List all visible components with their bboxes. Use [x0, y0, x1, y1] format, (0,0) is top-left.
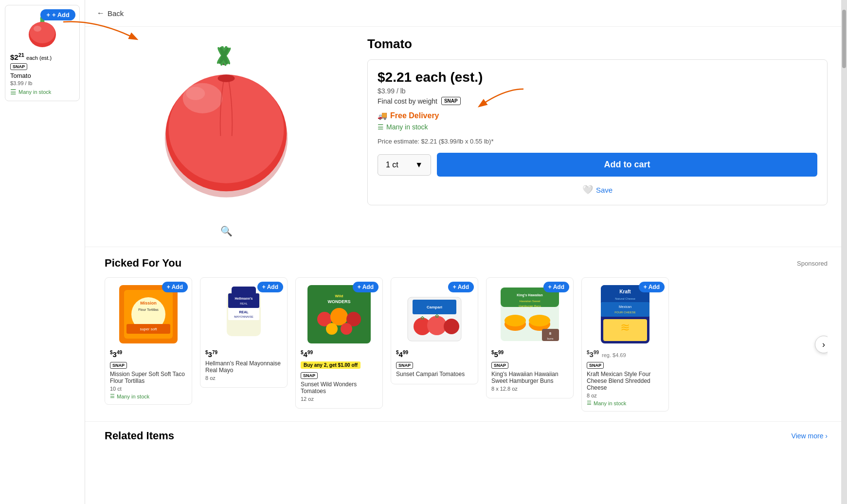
card-name-mayo: Hellmann's Real Mayonnaise Real Mayo — [205, 360, 282, 374]
sidebar-product-name: Tomato — [10, 72, 74, 79]
promo-badge-wild-wonders: Buy any 2, get $1.00 off — [301, 361, 360, 369]
sponsored-label: Sponsored — [797, 260, 828, 267]
add-kraft-cheese-button[interactable]: + Add — [639, 282, 665, 292]
svg-point-46 — [427, 316, 447, 335]
per-lb: $3.99 / lb — [378, 87, 817, 95]
svg-text:Hellmann's: Hellmann's — [234, 297, 252, 300]
free-delivery: 🚚 Free Delivery — [378, 111, 817, 120]
sidebar: + + Add $221 each (est.) SNAP Tomato — [0, 0, 85, 504]
product-card-kraft-cheese[interactable]: + Add Kraft Natural Cheese Mexican FOUR … — [581, 277, 669, 412]
quantity-selector[interactable]: 1 ct ▼ — [378, 154, 431, 176]
svg-point-40 — [326, 323, 338, 335]
add-wild-wonders-button[interactable]: + Add — [353, 282, 378, 292]
qty-value: 1 ct — [386, 161, 398, 169]
save-row[interactable]: 🤍 Save — [378, 184, 817, 195]
svg-text:King's Hawaiian: King's Hawaiian — [517, 293, 542, 297]
back-label: Back — [108, 9, 124, 18]
sidebar-price: $221 each (est.) — [10, 52, 74, 61]
svg-text:Kraft: Kraft — [619, 289, 631, 294]
svg-point-47 — [444, 319, 459, 334]
svg-text:REAL: REAL — [240, 302, 248, 305]
related-items-title: Related Items — [105, 430, 174, 442]
svg-text:Wild: Wild — [335, 294, 343, 298]
plus-icon: + — [548, 284, 552, 290]
sidebar-stock: ☰ Many in stock — [10, 88, 74, 96]
svg-text:8: 8 — [549, 331, 552, 336]
snap-badge-tortillas: SNAP — [110, 362, 127, 369]
sidebar-add-button[interactable]: + + Add — [40, 9, 75, 20]
svg-text:≋: ≋ — [620, 321, 630, 334]
picked-for-you-title: Picked For You — [105, 257, 181, 270]
card-size-mayo: 8 oz — [205, 375, 282, 381]
final-cost-row: Final cost by weight SNAP — [378, 97, 817, 105]
svg-rect-31 — [228, 308, 259, 320]
sidebar-per-lb: $3.99 / lb — [10, 80, 74, 86]
svg-text:buns: buns — [547, 337, 553, 340]
svg-text:Natural Cheese: Natural Cheese — [615, 297, 635, 300]
add-hawaiian-buns-button[interactable]: + Add — [543, 282, 569, 292]
sidebar-snap-badge: SNAP — [10, 63, 27, 70]
svg-text:Mission: Mission — [140, 301, 157, 306]
svg-text:Campari: Campari — [427, 305, 442, 309]
scrollbar-thumb[interactable] — [842, 10, 846, 68]
card-size-wild-wonders: 12 oz — [301, 396, 378, 402]
add-campari-button[interactable]: + Add — [448, 282, 474, 292]
sidebar-product-card: + + Add $221 each (est.) SNAP Tomato — [5, 5, 80, 101]
svg-text:MAYONNAISE: MAYONNAISE — [234, 315, 253, 318]
related-header: Related Items View more › — [105, 430, 828, 442]
card-orig-price-kraft: reg. $4.69 — [602, 352, 626, 358]
product-card-campari[interactable]: + Add Campari ✿ ✿ — [391, 277, 478, 384]
card-size-hawaiian-buns: 8 x 12.8 oz — [491, 386, 568, 392]
back-button[interactable]: ← Back — [97, 9, 124, 18]
back-arrow-icon: ← — [97, 9, 105, 18]
delivery-truck-icon: 🚚 — [378, 111, 387, 120]
svg-text:FOUR CHEESE: FOUR CHEESE — [614, 311, 635, 314]
save-label: Save — [596, 186, 613, 194]
card-price-wild-wonders: $499 — [301, 350, 378, 359]
product-card-tortillas[interactable]: + Add Mission Flour Tortillas super soft… — [105, 277, 192, 405]
picked-for-you-section: Picked For You Sponsored + Add Mission — [85, 247, 847, 421]
add-mayo-button[interactable]: + Add — [257, 282, 283, 292]
svg-text:Mexican: Mexican — [619, 305, 631, 308]
main-price: $2.21 each (est.) — [378, 70, 817, 85]
add-to-cart-button[interactable]: Add to cart — [437, 153, 817, 177]
chevron-right-icon: › — [822, 340, 825, 350]
svg-text:Hamburger Buns: Hamburger Buns — [519, 305, 541, 307]
stock-icon: ☰ — [10, 88, 17, 96]
product-info-panel: Tomato $2.21 each (est.) $3.99 / lb Fina… — [367, 36, 828, 237]
main-content: ← Back — [85, 0, 847, 504]
card-stock-kraft: ☰ Many in stock — [587, 400, 664, 406]
stock-icon: ☰ — [110, 393, 115, 399]
card-stock-tortillas: ☰ Many in stock — [110, 393, 187, 399]
svg-text:WONDERS: WONDERS — [328, 299, 351, 304]
svg-rect-66 — [601, 302, 649, 317]
next-products-button[interactable]: › — [815, 336, 828, 353]
product-image-container: 🔍 — [105, 36, 348, 237]
product-card-wild-wonders[interactable]: + Add Wild WONDERS $499 — [295, 277, 383, 409]
svg-point-38 — [330, 308, 348, 325]
zoom-icon[interactable]: 🔍 — [220, 225, 233, 237]
svg-text:REAL: REAL — [239, 310, 249, 314]
svg-point-41 — [341, 323, 352, 335]
product-card-hawaiian-buns[interactable]: + Add King's Hawaiian Hawaiian Sweet Ham… — [486, 277, 574, 398]
view-more-link[interactable]: View more › — [792, 432, 828, 440]
top-nav: ← Back — [85, 0, 847, 27]
stock-icon: ☰ — [587, 400, 592, 406]
svg-text:super soft: super soft — [140, 327, 157, 331]
add-tortillas-button[interactable]: + Add — [162, 282, 188, 292]
svg-point-18 — [186, 87, 205, 100]
picked-for-you-products: + Add Mission Flour Tortillas super soft… — [105, 277, 828, 412]
price-box: $2.21 each (est.) $3.99 / lb Final cost … — [367, 59, 828, 205]
svg-point-16 — [218, 74, 235, 82]
svg-point-56 — [505, 315, 526, 326]
product-card-mayo[interactable]: + Add Hellmann's REAL REAL MAYONNAISE — [200, 277, 288, 388]
cart-row: 1 ct ▼ Add to cart — [378, 153, 817, 177]
snap-badge-campari: SNAP — [396, 362, 413, 369]
scrollbar[interactable] — [841, 0, 847, 504]
card-size-kraft: 8 oz — [587, 393, 664, 398]
snap-badge-kraft: SNAP — [587, 362, 604, 369]
plus-icon: + — [167, 284, 170, 290]
card-name-campari: Sunset Campari Tomatoes — [396, 371, 473, 378]
plus-icon: + — [453, 284, 456, 290]
svg-text:✿: ✿ — [420, 315, 424, 321]
